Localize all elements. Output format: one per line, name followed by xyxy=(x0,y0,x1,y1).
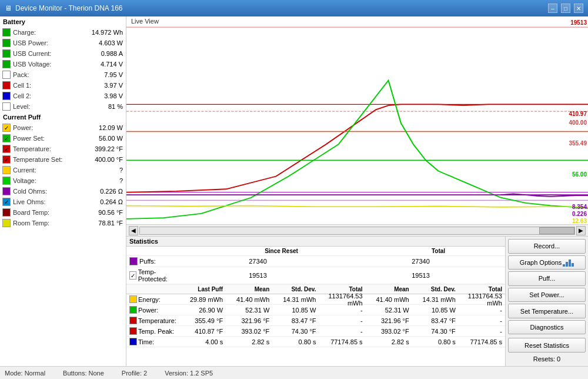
stat-mean2-3: 393.02 °F xyxy=(363,328,409,335)
live-ohms-checkbox[interactable]: ✓ xyxy=(2,198,11,206)
puff-button[interactable]: Puff... xyxy=(508,271,586,286)
set-power-button[interactable]: Set Power... xyxy=(508,288,586,302)
stat-label-3: Temp. Peak: xyxy=(129,327,176,335)
y-label-1263: 12.63 xyxy=(572,218,587,224)
stat-total2-2: - xyxy=(456,317,502,324)
stat-label-1: Power: xyxy=(129,306,176,314)
board-temp-checkbox[interactable] xyxy=(2,208,11,217)
live-view-label: Live View xyxy=(131,18,159,25)
usb-current-color xyxy=(2,49,11,58)
stat-stddev1-3: 74.30 °F xyxy=(269,328,316,335)
stat-label-2: Temperature: xyxy=(129,317,176,324)
stat-color-4 xyxy=(129,338,137,345)
titlebar: 🖥 Device Monitor - Therion DNA 166 – □ ✕ xyxy=(0,0,588,16)
prop-current: Current: ? xyxy=(0,165,126,175)
maximize-button[interactable]: □ xyxy=(561,4,570,13)
col-total1: Total xyxy=(316,286,362,292)
stat-total2-4: 77174.85 s xyxy=(456,338,502,345)
stat-row-3: Temp. Peak: 410.87 °F 393.02 °F 74.30 °F… xyxy=(126,326,505,337)
scroll-right-button[interactable]: ▶ xyxy=(576,226,586,235)
temp-protected-checkbox[interactable]: ✓ xyxy=(129,271,136,280)
stat-mean2-2: 321.96 °F xyxy=(363,317,409,324)
spacer2 xyxy=(345,248,375,254)
stat-total1-0: 1131764.53 mWh xyxy=(316,292,362,307)
power-set-checkbox[interactable]: ✓ xyxy=(2,134,11,142)
minimize-button[interactable]: – xyxy=(548,4,557,13)
stat-mean1-3: 393.02 °F xyxy=(223,328,269,335)
charge-color xyxy=(2,28,11,36)
prop-temperature-set: ✓ Temperature Set: 400.00 °F xyxy=(0,154,126,165)
puffs-text: Puffs: xyxy=(139,258,156,265)
reset-statistics-button[interactable]: Reset Statistics xyxy=(508,338,586,353)
statusbar: Mode: Normal Buttons: None Profile: 2 Ve… xyxy=(0,366,588,379)
col-total2: Total xyxy=(456,286,502,292)
prop-voltage: Voltage: ? xyxy=(0,175,126,186)
stat-stddev1-2: 83.47 °F xyxy=(269,317,316,324)
battery-section-header: Battery xyxy=(0,16,126,27)
y-label-56: 56.00 xyxy=(572,171,587,178)
room-temp-checkbox[interactable] xyxy=(2,219,11,227)
stat-stddev2-4: 0.80 s xyxy=(409,338,456,345)
stat-mean2-4: 2.82 s xyxy=(363,338,409,345)
stat-mean1-2: 321.96 °F xyxy=(223,317,269,324)
stat-last-puff-1: 26.90 W xyxy=(176,307,223,314)
stat-mean1-0: 41.40 mWh xyxy=(223,296,269,303)
record-button[interactable]: Record... xyxy=(508,239,586,254)
y-label-410: 410.97 xyxy=(569,111,587,117)
temperature-checkbox[interactable]: ✓ xyxy=(2,145,11,153)
y-label-400: 400.00 xyxy=(569,119,587,126)
prop-usb-current: USB Current: 0.988 A xyxy=(0,48,126,59)
stat-stddev1-4: 0.80 s xyxy=(269,338,316,345)
prop-power: ✓ Power: 12.09 W xyxy=(0,122,126,133)
stat-total2-1: - xyxy=(456,307,502,314)
close-button[interactable]: ✕ xyxy=(574,4,583,13)
stat-stddev1-0: 14.31 mWh xyxy=(269,296,316,303)
scroll-left-button[interactable]: ◀ xyxy=(129,226,138,235)
temp-protected-since-reset: 19513 xyxy=(176,272,339,279)
temperature-set-checkbox[interactable]: ✓ xyxy=(2,155,11,164)
set-temperature-button[interactable]: Set Temperature... xyxy=(508,304,586,318)
puffs-label xyxy=(129,248,188,254)
stat-label-0: Energy: xyxy=(129,295,176,303)
col-last-puff: Last Puff xyxy=(176,286,223,292)
puffs-row: Puffs: 27340 27340 xyxy=(126,256,505,267)
stat-mean1-1: 52.31 W xyxy=(223,307,269,314)
graph-svg xyxy=(126,16,588,224)
usb-power-color xyxy=(2,39,11,47)
puffs-total: 27340 xyxy=(339,258,502,265)
graph-options-icon xyxy=(563,258,574,267)
app-icon: 🖥 xyxy=(5,4,12,12)
power-checkbox[interactable]: ✓ xyxy=(2,124,11,132)
right-panel: Live View 19513 410.97 400.00 355.49 56.… xyxy=(126,16,588,366)
stat-total1-2: - xyxy=(316,317,362,324)
voltage-checkbox[interactable] xyxy=(2,177,11,185)
col-mean1: Mean xyxy=(223,286,269,292)
spacer xyxy=(188,248,218,254)
left-panel: Battery Charge: 14.972 Wh USB Power: 4.6… xyxy=(0,16,126,366)
col-empty xyxy=(129,286,176,292)
temp-protected-text: Temp-Protected: xyxy=(138,268,176,282)
y-label-0226: 0.226 xyxy=(572,211,587,217)
stat-row-2: Temperature: 355.49 °F 321.96 °F 83.47 °… xyxy=(126,315,505,326)
graph-options-button[interactable]: Graph Options xyxy=(508,255,586,270)
stat-stddev1-1: 10.85 W xyxy=(269,307,316,314)
prop-usb-voltage: USB Voltage: 4.714 V xyxy=(0,59,126,69)
stat-color-0 xyxy=(129,295,137,303)
current-checkbox[interactable] xyxy=(2,166,11,174)
version-status: Version: 1.2 SP5 xyxy=(165,370,213,377)
temp-protected-row: ✓ Temp-Protected: 19513 19513 xyxy=(126,267,505,284)
stat-total2-3: - xyxy=(456,328,502,335)
prop-cold-ohms: Cold Ohms: 0.226 Ω xyxy=(0,186,126,197)
diagnostics-button[interactable]: Diagnostics xyxy=(508,320,586,335)
stat-total2-0: 1131764.53 mWh xyxy=(456,292,502,307)
stat-row-1: Power: 26.90 W 52.31 W 10.85 W - 52.31 W… xyxy=(126,305,505,315)
stat-last-puff-2: 355.49 °F xyxy=(176,317,223,324)
statistics-header: Statistics xyxy=(126,237,505,247)
cold-ohms-checkbox[interactable] xyxy=(2,187,11,195)
stat-stddev2-2: 83.47 °F xyxy=(409,317,456,324)
scroll-track[interactable] xyxy=(139,227,575,235)
stat-row-0: Energy: 29.89 mWh 41.40 mWh 14.31 mWh 11… xyxy=(126,294,505,305)
scroll-thumb[interactable] xyxy=(539,227,574,234)
cell1-color xyxy=(2,81,11,89)
profile-status: Profile: 2 xyxy=(122,370,147,377)
